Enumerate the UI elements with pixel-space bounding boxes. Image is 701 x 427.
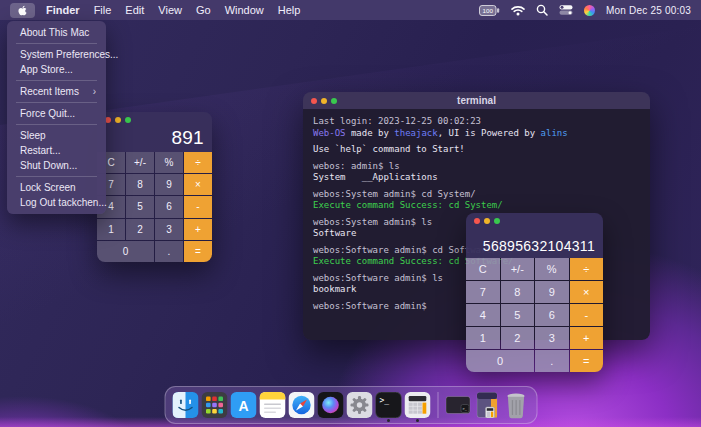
terminal-title: terminal xyxy=(303,95,650,106)
dock-item-notes[interactable] xyxy=(259,388,286,422)
calc-key-5[interactable]: 5 xyxy=(126,196,154,217)
calc-key-2[interactable]: 2 xyxy=(126,219,154,240)
calc-key-divide[interactable]: ÷ xyxy=(570,258,604,280)
calc-key-percent[interactable]: % xyxy=(155,152,183,173)
dock-item-finder[interactable] xyxy=(172,388,199,422)
dock-item-minimized-calculator[interactable] xyxy=(473,388,500,422)
wifi-icon[interactable] xyxy=(511,5,525,16)
calc-key-1[interactable]: 1 xyxy=(466,327,500,349)
dock-item-system-preferences[interactable] xyxy=(346,388,373,422)
control-center-icon[interactable] xyxy=(559,5,573,15)
calc-key-percent[interactable]: % xyxy=(535,258,569,280)
menu-divider xyxy=(16,176,97,177)
apple-menu-item-force-quit[interactable]: Force Quit... xyxy=(7,106,106,121)
calc-key-multiply[interactable]: × xyxy=(184,174,212,195)
minimize-button[interactable] xyxy=(115,117,121,123)
apple-menu-item-lock-screen[interactable]: Lock Screen xyxy=(7,180,106,195)
calc-key-minus[interactable]: - xyxy=(570,304,604,326)
apple-menu-item-recent-items[interactable]: Recent Items› xyxy=(7,84,106,99)
apple-menu-dropdown: About This MacSystem Preferences...App S… xyxy=(7,21,106,214)
menubar-item-go[interactable]: Go xyxy=(189,4,218,16)
apple-menu-item-shut-down[interactable]: Shut Down... xyxy=(7,158,106,173)
dock-item-minimized-terminal[interactable]: >_ xyxy=(444,388,471,422)
zoom-button[interactable] xyxy=(125,117,131,123)
menu-item-label: Recent Items xyxy=(20,86,79,97)
calc-key-equals[interactable]: = xyxy=(570,350,604,372)
dock-item-trash[interactable] xyxy=(502,388,529,422)
app-store-icon: A xyxy=(231,392,257,418)
dock-item-terminal[interactable]: >_ xyxy=(375,388,402,422)
calc-key-8[interactable]: 8 xyxy=(501,281,535,303)
apple-menu-item-about-this-mac[interactable]: About This Mac xyxy=(7,25,106,40)
apple-menu-item-system-preferences[interactable]: System Preferences... xyxy=(7,47,106,62)
calc-key-plus[interactable]: + xyxy=(184,219,212,240)
apple-menu-item-restart[interactable]: Restart... xyxy=(7,143,106,158)
menu-bar-left: FinderFileEditViewGoWindowHelp xyxy=(10,3,307,18)
calculator-titlebar[interactable]: 891 xyxy=(97,112,212,152)
dock-item-app-store[interactable]: A xyxy=(230,388,257,422)
calc-key-equals[interactable]: = xyxy=(184,241,212,262)
apple-menu-item-sleep[interactable]: Sleep xyxy=(7,128,106,143)
calc-key-0[interactable]: 0 xyxy=(97,241,154,262)
window-controls xyxy=(105,117,204,123)
menubar-item-window[interactable]: Window xyxy=(218,4,271,16)
calc-key-0[interactable]: 0 xyxy=(466,350,534,372)
terminal-titlebar[interactable]: terminal xyxy=(303,92,650,109)
calc-key-9[interactable]: 9 xyxy=(535,281,569,303)
calc-key-3[interactable]: 3 xyxy=(535,327,569,349)
menubar-item-help[interactable]: Help xyxy=(271,4,308,16)
dock-item-calculator[interactable] xyxy=(404,388,431,422)
calculator-display: 56895632104311 xyxy=(474,239,595,254)
menubar-item-view[interactable]: View xyxy=(151,4,189,16)
menu-divider xyxy=(16,102,97,103)
zoom-button[interactable] xyxy=(494,218,500,224)
search-icon[interactable] xyxy=(536,4,548,16)
menu-divider xyxy=(16,124,97,125)
calculator-icon xyxy=(405,392,431,418)
close-button[interactable] xyxy=(474,218,480,224)
calc-key-4[interactable]: 4 xyxy=(466,304,500,326)
calculator-window-small[interactable]: 891 C+/-%÷789×456-123+0.= xyxy=(97,112,212,262)
svg-text:>_: >_ xyxy=(380,396,390,405)
apple-menu-item-app-store[interactable]: App Store... xyxy=(7,62,106,77)
trash-icon xyxy=(504,392,527,419)
menu-item-label: Restart... xyxy=(20,145,61,156)
dock-item-siri[interactable] xyxy=(317,388,344,422)
menu-bar-clock[interactable]: Mon Dec 25 00:03 xyxy=(606,5,691,16)
calculator-display: 891 xyxy=(105,128,204,148)
dock-item-safari[interactable] xyxy=(288,388,315,422)
calc-key-negate[interactable]: +/- xyxy=(501,258,535,280)
calc-key-minus[interactable]: - xyxy=(184,196,212,217)
calc-key-dot[interactable]: . xyxy=(155,241,183,262)
menubar-item-file[interactable]: File xyxy=(87,4,119,16)
calc-key-5[interactable]: 5 xyxy=(501,304,535,326)
dock-item-launchpad[interactable] xyxy=(201,388,228,422)
menu-item-label: Shut Down... xyxy=(20,160,77,171)
siri-icon[interactable] xyxy=(584,5,595,16)
calc-key-1[interactable]: 1 xyxy=(97,219,125,240)
calc-key-7[interactable]: 7 xyxy=(466,281,500,303)
apple-menu-item-log-out-tackchen[interactable]: Log Out tackchen... xyxy=(7,195,106,210)
menu-bar: FinderFileEditViewGoWindowHelp 100 xyxy=(0,0,701,20)
calc-key-plus[interactable]: + xyxy=(570,327,604,349)
calc-key-3[interactable]: 3 xyxy=(155,219,183,240)
calc-key-clear[interactable]: C xyxy=(466,258,500,280)
calc-key-2[interactable]: 2 xyxy=(501,327,535,349)
calc-key-dot[interactable]: . xyxy=(535,350,569,372)
calc-key-divide[interactable]: ÷ xyxy=(184,152,212,173)
battery-icon[interactable]: 100 xyxy=(479,5,500,16)
calc-key-6[interactable]: 6 xyxy=(155,196,183,217)
calc-key-8[interactable]: 8 xyxy=(126,174,154,195)
calculator-titlebar[interactable]: 56895632104311 xyxy=(466,213,603,258)
apple-menu-button[interactable] xyxy=(10,3,35,18)
terminal-line: Web-OS made by theajack, UI is Powered b… xyxy=(313,128,640,140)
calc-key-9[interactable]: 9 xyxy=(155,174,183,195)
calculator-window-large[interactable]: 56895632104311 C+/-%÷789×456-123+0.= xyxy=(466,213,603,372)
dock: A xyxy=(164,386,537,424)
calc-key-6[interactable]: 6 xyxy=(535,304,569,326)
calc-key-negate[interactable]: +/- xyxy=(126,152,154,173)
calc-key-multiply[interactable]: × xyxy=(570,281,604,303)
menubar-item-finder[interactable]: Finder xyxy=(39,4,87,16)
minimize-button[interactable] xyxy=(484,218,490,224)
menubar-item-edit[interactable]: Edit xyxy=(118,4,151,16)
